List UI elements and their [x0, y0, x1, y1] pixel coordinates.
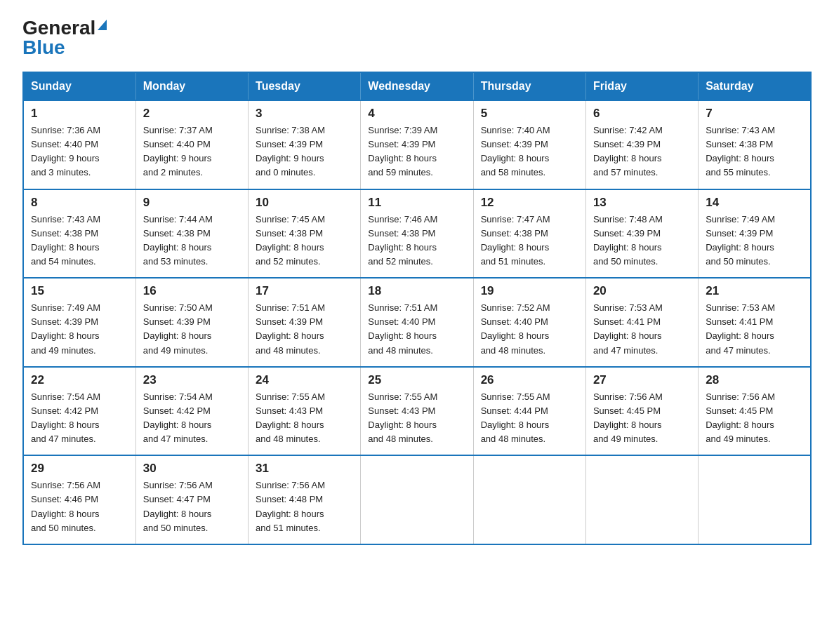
day-number: 21 [706, 284, 803, 298]
day-number: 12 [481, 196, 578, 210]
day-info: Sunrise: 7:56 AMSunset: 4:48 PMDaylight:… [256, 480, 325, 532]
logo-blue-text: Blue [22, 36, 65, 58]
day-number: 2 [143, 107, 241, 121]
day-info: Sunrise: 7:56 AMSunset: 4:46 PMDaylight:… [31, 480, 100, 532]
day-number: 1 [31, 107, 128, 121]
day-number: 15 [31, 284, 128, 298]
col-header-friday: Friday [585, 72, 698, 100]
day-cell: 23 Sunrise: 7:54 AMSunset: 4:42 PMDaylig… [135, 367, 248, 456]
day-info: Sunrise: 7:53 AMSunset: 4:41 PMDaylight:… [706, 302, 775, 355]
day-info: Sunrise: 7:50 AMSunset: 4:39 PMDaylight:… [143, 302, 213, 355]
calendar-table: SundayMondayTuesdayWednesdayThursdayFrid… [22, 72, 812, 545]
day-info: Sunrise: 7:55 AMSunset: 4:44 PMDaylight:… [481, 391, 550, 444]
day-info: Sunrise: 7:42 AMSunset: 4:39 PMDaylight:… [593, 125, 663, 177]
day-info: Sunrise: 7:40 AMSunset: 4:39 PMDaylight:… [481, 125, 550, 177]
col-header-monday: Monday [135, 72, 248, 100]
day-info: Sunrise: 7:36 AMSunset: 4:40 PMDaylight:… [31, 125, 100, 177]
day-number: 25 [368, 373, 465, 387]
day-cell: 17 Sunrise: 7:51 AMSunset: 4:39 PMDaylig… [249, 278, 361, 367]
day-cell: 28 Sunrise: 7:56 AMSunset: 4:45 PMDaylig… [699, 367, 811, 456]
day-number: 26 [481, 373, 578, 387]
day-number: 22 [31, 373, 128, 387]
day-info: Sunrise: 7:43 AMSunset: 4:38 PMDaylight:… [31, 214, 100, 267]
day-cell: 27 Sunrise: 7:56 AMSunset: 4:45 PMDaylig… [585, 367, 698, 456]
day-info: Sunrise: 7:44 AMSunset: 4:38 PMDaylight:… [143, 214, 213, 267]
col-header-saturday: Saturday [699, 72, 811, 100]
day-number: 16 [143, 284, 241, 298]
week-row-4: 22 Sunrise: 7:54 AMSunset: 4:42 PMDaylig… [23, 367, 811, 456]
day-info: Sunrise: 7:39 AMSunset: 4:39 PMDaylight:… [368, 125, 437, 177]
day-info: Sunrise: 7:38 AMSunset: 4:39 PMDaylight:… [256, 125, 325, 177]
day-number: 8 [31, 196, 128, 210]
day-number: 5 [481, 107, 578, 121]
day-number: 13 [593, 196, 691, 210]
day-info: Sunrise: 7:55 AMSunset: 4:43 PMDaylight:… [368, 391, 437, 444]
day-cell: 31 Sunrise: 7:56 AMSunset: 4:48 PMDaylig… [249, 455, 361, 544]
day-cell: 4 Sunrise: 7:39 AMSunset: 4:39 PMDayligh… [361, 100, 473, 189]
day-cell: 5 Sunrise: 7:40 AMSunset: 4:39 PMDayligh… [473, 100, 585, 189]
day-number: 19 [481, 284, 578, 298]
day-cell [699, 455, 811, 544]
day-cell: 11 Sunrise: 7:46 AMSunset: 4:38 PMDaylig… [361, 189, 473, 279]
day-number: 20 [593, 284, 691, 298]
day-number: 17 [256, 284, 353, 298]
day-number: 31 [256, 462, 353, 476]
col-header-wednesday: Wednesday [361, 72, 473, 100]
day-number: 18 [368, 284, 465, 298]
day-info: Sunrise: 7:46 AMSunset: 4:38 PMDaylight:… [368, 214, 437, 267]
day-info: Sunrise: 7:54 AMSunset: 4:42 PMDaylight:… [31, 391, 100, 444]
day-cell: 7 Sunrise: 7:43 AMSunset: 4:38 PMDayligh… [699, 100, 811, 189]
day-number: 28 [706, 373, 803, 387]
day-info: Sunrise: 7:49 AMSunset: 4:39 PMDaylight:… [31, 302, 100, 355]
day-info: Sunrise: 7:47 AMSunset: 4:38 PMDaylight:… [481, 214, 550, 267]
day-cell [361, 455, 473, 544]
day-info: Sunrise: 7:54 AMSunset: 4:42 PMDaylight:… [143, 391, 213, 444]
day-cell: 25 Sunrise: 7:55 AMSunset: 4:43 PMDaylig… [361, 367, 473, 456]
day-number: 7 [706, 107, 803, 121]
day-cell: 12 Sunrise: 7:47 AMSunset: 4:38 PMDaylig… [473, 189, 585, 279]
day-info: Sunrise: 7:56 AMSunset: 4:45 PMDaylight:… [593, 391, 663, 444]
logo: General Blue [22, 17, 107, 59]
col-header-tuesday: Tuesday [249, 72, 361, 100]
day-cell: 21 Sunrise: 7:53 AMSunset: 4:41 PMDaylig… [699, 278, 811, 367]
day-cell: 1 Sunrise: 7:36 AMSunset: 4:40 PMDayligh… [23, 100, 135, 189]
day-cell: 10 Sunrise: 7:45 AMSunset: 4:38 PMDaylig… [249, 189, 361, 279]
day-cell: 2 Sunrise: 7:37 AMSunset: 4:40 PMDayligh… [135, 100, 248, 189]
day-number: 4 [368, 107, 465, 121]
day-number: 9 [143, 196, 241, 210]
day-number: 3 [256, 107, 353, 121]
day-cell: 15 Sunrise: 7:49 AMSunset: 4:39 PMDaylig… [23, 278, 135, 367]
day-cell: 29 Sunrise: 7:56 AMSunset: 4:46 PMDaylig… [23, 455, 135, 544]
day-number: 14 [706, 196, 803, 210]
col-header-sunday: Sunday [23, 72, 135, 100]
day-cell: 20 Sunrise: 7:53 AMSunset: 4:41 PMDaylig… [585, 278, 698, 367]
day-number: 27 [593, 373, 691, 387]
day-info: Sunrise: 7:56 AMSunset: 4:45 PMDaylight:… [706, 391, 775, 444]
day-cell: 24 Sunrise: 7:55 AMSunset: 4:43 PMDaylig… [249, 367, 361, 456]
week-row-5: 29 Sunrise: 7:56 AMSunset: 4:46 PMDaylig… [23, 455, 811, 544]
day-cell: 19 Sunrise: 7:52 AMSunset: 4:40 PMDaylig… [473, 278, 585, 367]
day-info: Sunrise: 7:43 AMSunset: 4:38 PMDaylight:… [706, 125, 775, 177]
day-number: 30 [143, 462, 241, 476]
day-info: Sunrise: 7:55 AMSunset: 4:43 PMDaylight:… [256, 391, 325, 444]
day-cell: 3 Sunrise: 7:38 AMSunset: 4:39 PMDayligh… [249, 100, 361, 189]
page-header: General Blue [22, 17, 812, 59]
day-info: Sunrise: 7:53 AMSunset: 4:41 PMDaylight:… [593, 302, 663, 355]
day-cell: 8 Sunrise: 7:43 AMSunset: 4:38 PMDayligh… [23, 189, 135, 279]
day-cell: 18 Sunrise: 7:51 AMSunset: 4:40 PMDaylig… [361, 278, 473, 367]
day-cell: 30 Sunrise: 7:56 AMSunset: 4:47 PMDaylig… [135, 455, 248, 544]
day-cell: 22 Sunrise: 7:54 AMSunset: 4:42 PMDaylig… [23, 367, 135, 456]
day-info: Sunrise: 7:37 AMSunset: 4:40 PMDaylight:… [143, 125, 213, 177]
day-cell: 13 Sunrise: 7:48 AMSunset: 4:39 PMDaylig… [585, 189, 698, 279]
week-row-3: 15 Sunrise: 7:49 AMSunset: 4:39 PMDaylig… [23, 278, 811, 367]
day-number: 11 [368, 196, 465, 210]
week-row-2: 8 Sunrise: 7:43 AMSunset: 4:38 PMDayligh… [23, 189, 811, 279]
day-info: Sunrise: 7:45 AMSunset: 4:38 PMDaylight:… [256, 214, 325, 267]
day-cell: 16 Sunrise: 7:50 AMSunset: 4:39 PMDaylig… [135, 278, 248, 367]
day-number: 10 [256, 196, 353, 210]
day-cell: 6 Sunrise: 7:42 AMSunset: 4:39 PMDayligh… [585, 100, 698, 189]
day-cell: 14 Sunrise: 7:49 AMSunset: 4:39 PMDaylig… [699, 189, 811, 279]
day-info: Sunrise: 7:52 AMSunset: 4:40 PMDaylight:… [481, 302, 550, 355]
col-header-thursday: Thursday [473, 72, 585, 100]
day-cell [473, 455, 585, 544]
